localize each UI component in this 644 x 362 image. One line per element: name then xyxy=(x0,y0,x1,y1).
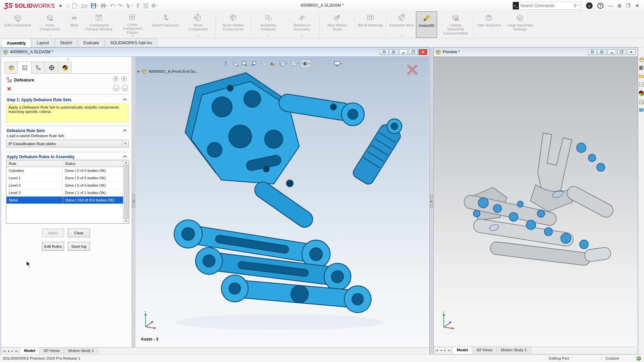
apply-button[interactable]: Apply xyxy=(42,229,64,237)
component-preview-window-button[interactable]: Component Preview Window xyxy=(82,11,116,38)
preview-3d-viewport[interactable]: Y xyxy=(434,57,638,347)
table-scrollbar[interactable]: ▲ ▼ xyxy=(123,160,129,223)
sheet-tab-3d-views[interactable]: 3D Views xyxy=(40,348,64,354)
next-sheet-icon[interactable]: ► xyxy=(444,349,446,352)
close-window-icon[interactable]: ✕ xyxy=(635,3,639,9)
panel-help-icon[interactable]: ? xyxy=(121,76,127,82)
search-input[interactable] xyxy=(519,3,574,8)
scroll-up-icon[interactable]: ▲ xyxy=(125,161,127,164)
close-icon[interactable]: ✕ xyxy=(419,49,427,55)
panel-grip-handle[interactable] xyxy=(67,58,69,60)
tab-solidworks-add-ins[interactable]: SOLIDWORKS Add-Ins xyxy=(105,39,157,47)
toolbar-expand-arrow-icon[interactable]: ▶ xyxy=(60,4,62,7)
select-icon[interactable]: ▾ xyxy=(124,1,134,10)
mate-button[interactable]: Mate xyxy=(67,11,82,38)
design-library-icon[interactable] xyxy=(639,65,644,70)
collapse-preview-chevron-icon[interactable]: ► xyxy=(430,194,433,208)
expand-panes-icon[interactable]: ⊞ xyxy=(618,3,622,8)
assembly-features-button[interactable]: Assembly Features▾ xyxy=(252,11,285,38)
edit-component-button[interactable]: Edit Component xyxy=(2,11,33,38)
sheet-tab-motion-study-1[interactable]: Motion Study 1 xyxy=(497,347,531,354)
table-row-level-1[interactable]: Level 1Done ( 5 of 5 bodies OK) xyxy=(6,174,129,182)
collapse-chevron-icon[interactable] xyxy=(123,155,126,159)
edit-rules-button[interactable]: Edit Rules xyxy=(42,242,64,251)
show-hidden-components-button[interactable]: Show Hidden Components xyxy=(216,11,250,38)
breadcrumb-arrow-icon[interactable]: ▶ xyxy=(138,70,140,73)
search-icon[interactable]: ⚲ xyxy=(574,3,577,8)
new-motion-study-button[interactable]: New Motion Study xyxy=(320,11,354,38)
sheet-tab-model[interactable]: Model xyxy=(453,347,472,354)
restore-window-icon[interactable]: ❐ xyxy=(626,3,631,8)
search-caret-icon[interactable]: ▾ xyxy=(577,4,581,7)
redo-icon[interactable]: ↷▾ xyxy=(117,1,124,10)
move-component-button[interactable]: Move Component▾ xyxy=(181,11,215,38)
bill-of-materials-button[interactable]: Bill of Materials xyxy=(356,11,385,38)
first-sheet-icon[interactable]: |◄ xyxy=(435,349,438,352)
forum-icon[interactable] xyxy=(639,108,644,113)
cancel-button[interactable]: ✕ xyxy=(7,85,11,93)
tile-horizontal-icon[interactable] xyxy=(380,49,388,55)
custom-properties-icon[interactable] xyxy=(639,99,644,105)
table-row-none[interactable]: NoneDone ( 314 of 314 bodies OK) xyxy=(6,196,129,204)
linear-component-pattern-button[interactable]: Linear Component Pattern▾ xyxy=(116,11,149,38)
sheet-tab-3d-views[interactable]: 3D Views xyxy=(472,347,497,354)
collapse-chevron-icon[interactable] xyxy=(123,98,126,102)
restore-icon[interactable] xyxy=(409,49,418,55)
tile-horizontal-icon[interactable] xyxy=(588,49,597,55)
table-row-level-2[interactable]: Level 2Done ( 5 of 5 bodies OK) xyxy=(6,182,129,189)
smart-fasteners-button[interactable]: Smart Fasteners xyxy=(149,11,181,38)
large-assembly-settings-button[interactable]: Large Assembly Settings xyxy=(503,11,537,38)
view-palette-icon[interactable] xyxy=(639,82,644,87)
file-explorer-icon[interactable] xyxy=(639,73,644,79)
dropdown-caret-icon[interactable]: ▾ xyxy=(297,62,299,65)
touch-mode-icon[interactable] xyxy=(134,1,142,10)
configuration-tab[interactable] xyxy=(32,62,45,74)
take-snapshot-button[interactable]: Take Snapshot xyxy=(474,11,503,38)
user-account-icon[interactable]: ☺ xyxy=(586,2,593,9)
collapse-panel-chevron-icon[interactable]: ◄ xyxy=(132,194,135,208)
display-manager-tab[interactable] xyxy=(58,62,72,74)
tab-sketch[interactable]: Sketch xyxy=(55,39,78,47)
tab-assembly[interactable]: Assembly xyxy=(1,39,31,47)
dropdown-caret-icon[interactable]: ▾ xyxy=(341,62,342,65)
home-icon[interactable]: ⌂ xyxy=(65,1,70,10)
first-sheet-icon[interactable]: |◄ xyxy=(2,350,6,353)
table-row-cylinders[interactable]: CylindersDone ( 0 of 0 bodies OK) xyxy=(6,167,129,174)
help-icon[interactable]: ? xyxy=(597,3,603,9)
search-commands-box[interactable]: >_ ⚲ ▾ xyxy=(513,2,581,10)
resources-home-icon[interactable] xyxy=(639,57,644,62)
insert-components-button[interactable]: Insert Components▾ xyxy=(33,11,67,38)
dropdown-caret-icon[interactable]: ▾ xyxy=(401,35,402,37)
dropdown-caret-icon[interactable]: ▾ xyxy=(132,35,133,37)
dimxpert-tab[interactable] xyxy=(45,62,58,74)
table-row-level-3[interactable]: Level 3Done ( 1 of 1 bodies OK) xyxy=(6,189,129,196)
sheet-tab-motion-study-1[interactable]: Motion Study 1 xyxy=(64,348,98,354)
dropdown-caret-icon[interactable]: ▼ xyxy=(122,140,128,147)
model-tree-tab[interactable] xyxy=(5,62,18,74)
status-sphere-icon[interactable] xyxy=(637,356,641,361)
dropdown-caret-icon[interactable]: ▾ xyxy=(309,62,310,65)
print-icon[interactable]: ▾ xyxy=(99,1,109,10)
minimize-icon[interactable] xyxy=(399,49,408,55)
scrollbar-thumb[interactable] xyxy=(124,165,128,219)
dropdown-caret-icon[interactable]: ▾ xyxy=(268,35,269,37)
rule-sets-section-header[interactable]: Defeature Rule Sets xyxy=(7,128,45,133)
tile-vertical-icon[interactable] xyxy=(598,49,606,55)
appearances-icon[interactable] xyxy=(638,90,644,96)
tab-layout[interactable]: Layout xyxy=(32,39,54,47)
scroll-down-icon[interactable]: ▼ xyxy=(125,220,127,223)
sheet-tab-model[interactable]: Model xyxy=(20,348,40,354)
dropdown-caret-icon[interactable]: ▾ xyxy=(197,35,199,37)
property-manager-tab[interactable] xyxy=(18,62,32,74)
restore-icon[interactable] xyxy=(617,49,626,55)
last-sheet-icon[interactable]: ►| xyxy=(15,350,18,353)
rule-set-dropdown[interactable]: IP Classification Rule.slddrs ▼ xyxy=(6,140,129,147)
open-icon[interactable]: ▾ xyxy=(80,1,90,10)
tab-evaluate[interactable]: Evaluate xyxy=(78,39,104,47)
step1-section-header[interactable]: Step 1: Apply Defeature Rule Sets xyxy=(7,98,71,102)
minimize-window-icon[interactable]: — xyxy=(608,3,613,8)
quick-tips-icon[interactable]: ? xyxy=(113,76,118,82)
reference-geometry-button[interactable]: Reference Geometry▾ xyxy=(285,11,319,38)
clear-button[interactable]: Clear xyxy=(68,229,90,237)
undo-icon[interactable]: ↶▾ xyxy=(109,1,117,10)
